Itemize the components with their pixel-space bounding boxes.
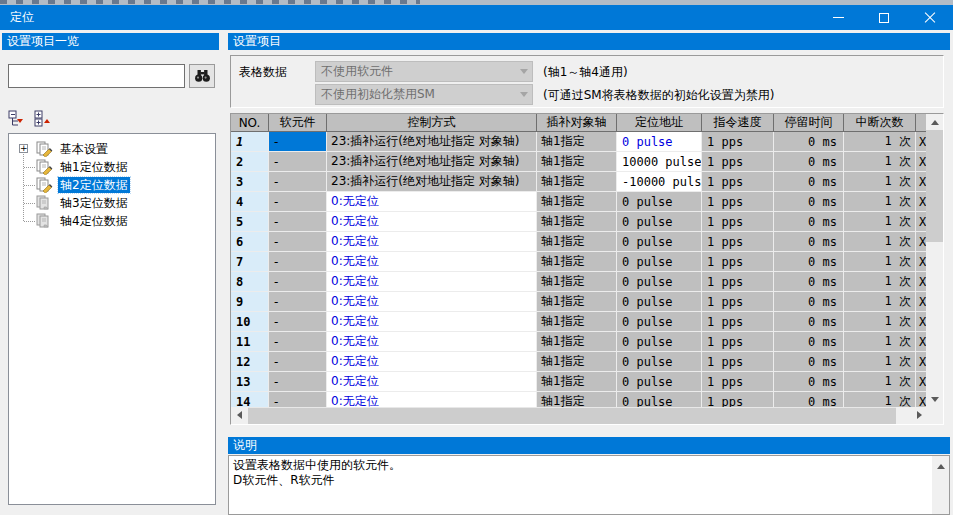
- cell-speed[interactable]: 1 pps: [702, 392, 774, 407]
- cell-count[interactable]: 1 次: [844, 272, 916, 292]
- cell-address[interactable]: 0 pulse: [617, 292, 702, 312]
- cell-speed[interactable]: 1 pps: [702, 292, 774, 312]
- cell-control[interactable]: 0:无定位: [327, 392, 537, 407]
- cell-count[interactable]: 1 次: [844, 352, 916, 372]
- cell-address[interactable]: 0 pulse: [617, 132, 702, 152]
- cell-dwell[interactable]: 0 ms: [774, 292, 844, 312]
- cell-device[interactable]: -: [269, 352, 327, 372]
- cell-address[interactable]: 0 pulse: [617, 312, 702, 332]
- cell-axis[interactable]: 轴1指定: [537, 212, 617, 232]
- cell-count[interactable]: 1 次: [844, 192, 916, 212]
- cell-no[interactable]: 13: [231, 372, 269, 392]
- tree-item-label[interactable]: 轴2定位数据: [58, 177, 130, 193]
- cell-speed[interactable]: 1 pps: [702, 212, 774, 232]
- scroll-down-button[interactable]: [926, 391, 943, 407]
- cell-device[interactable]: -: [269, 312, 327, 332]
- collapse-all-icon[interactable]: [8, 110, 26, 127]
- cell-device[interactable]: -: [269, 292, 327, 312]
- cell-control[interactable]: 0:无定位: [327, 372, 537, 392]
- cell-axis[interactable]: 轴1指定: [537, 332, 617, 352]
- tree-item-label[interactable]: 轴3定位数据: [58, 195, 130, 211]
- cell-count[interactable]: 1 次: [844, 252, 916, 272]
- cell-count[interactable]: 1 次: [844, 232, 916, 252]
- cell-count[interactable]: 1 次: [844, 172, 916, 192]
- tree-item-label[interactable]: 基本设置: [58, 141, 110, 157]
- tree-item[interactable]: 轴1定位数据: [9, 158, 215, 176]
- tree-item-label[interactable]: 轴1定位数据: [58, 159, 130, 175]
- cell-device[interactable]: -: [269, 372, 327, 392]
- column-header[interactable]: 软元件: [269, 114, 327, 132]
- column-header[interactable]: NO.: [231, 114, 269, 132]
- cell-address[interactable]: -10000 pulse: [617, 172, 702, 192]
- description-scrollbar[interactable]: [932, 456, 949, 514]
- expand-plus-icon[interactable]: +: [19, 144, 28, 153]
- cell-dwell[interactable]: 0 ms: [774, 132, 844, 152]
- column-header[interactable]: 控制方式: [327, 114, 537, 132]
- cell-no[interactable]: 4: [231, 192, 269, 212]
- cell-address[interactable]: 0 pulse: [617, 272, 702, 292]
- cell-count[interactable]: 1 次: [844, 132, 916, 152]
- cell-control[interactable]: 0:无定位: [327, 352, 537, 372]
- cell-dwell[interactable]: 0 ms: [774, 172, 844, 192]
- cell-device[interactable]: -: [269, 172, 327, 192]
- cell-axis[interactable]: 轴1指定: [537, 272, 617, 292]
- cell-dwell[interactable]: 0 ms: [774, 152, 844, 172]
- cell-device[interactable]: -: [269, 392, 327, 407]
- cell-address[interactable]: 0 pulse: [617, 212, 702, 232]
- cell-no[interactable]: 11: [231, 332, 269, 352]
- cell-speed[interactable]: 1 pps: [702, 332, 774, 352]
- search-input[interactable]: [8, 64, 185, 88]
- cell-axis[interactable]: 轴1指定: [537, 392, 617, 407]
- tree-item[interactable]: 轴2定位数据: [9, 176, 215, 194]
- column-header[interactable]: 指令速度: [702, 114, 774, 132]
- cell-axis[interactable]: 轴1指定: [537, 352, 617, 372]
- cell-device[interactable]: -: [269, 212, 327, 232]
- cell-no[interactable]: 14: [231, 392, 269, 407]
- cell-dwell[interactable]: 0 ms: [774, 272, 844, 292]
- cell-device[interactable]: -: [269, 252, 327, 272]
- tree-item[interactable]: +基本设置: [9, 140, 215, 158]
- cell-address[interactable]: 10000 pulse: [617, 152, 702, 172]
- column-header[interactable]: 定位地址: [617, 114, 702, 132]
- cell-device[interactable]: -: [269, 152, 327, 172]
- cell-speed[interactable]: 1 pps: [702, 252, 774, 272]
- cell-speed[interactable]: 1 pps: [702, 272, 774, 292]
- cell-axis[interactable]: 轴1指定: [537, 192, 617, 212]
- cell-axis[interactable]: 轴1指定: [537, 152, 617, 172]
- tree-item[interactable]: 轴3定位数据: [9, 194, 215, 212]
- cell-speed[interactable]: 1 pps: [702, 172, 774, 192]
- cell-dwell[interactable]: 0 ms: [774, 392, 844, 407]
- cell-speed[interactable]: 1 pps: [702, 132, 774, 152]
- cell-axis[interactable]: 轴1指定: [537, 232, 617, 252]
- cell-speed[interactable]: 1 pps: [702, 152, 774, 172]
- column-header[interactable]: 中断次数: [844, 114, 916, 132]
- cell-control[interactable]: 0:无定位: [327, 312, 537, 332]
- cell-dwell[interactable]: 0 ms: [774, 372, 844, 392]
- cell-address[interactable]: 0 pulse: [617, 232, 702, 252]
- cell-count[interactable]: 1 次: [844, 212, 916, 232]
- horizontal-scrollbar-thumb[interactable]: [248, 407, 896, 424]
- cell-count[interactable]: 1 次: [844, 312, 916, 332]
- cell-count[interactable]: 1 次: [844, 392, 916, 407]
- cell-count[interactable]: 1 次: [844, 332, 916, 352]
- cell-count[interactable]: 1 次: [844, 152, 916, 172]
- cell-axis[interactable]: 轴1指定: [537, 372, 617, 392]
- cell-address[interactable]: 0 pulse: [617, 352, 702, 372]
- cell-control[interactable]: 0:无定位: [327, 272, 537, 292]
- cell-control[interactable]: 0:无定位: [327, 252, 537, 272]
- cell-no[interactable]: 6: [231, 232, 269, 252]
- cell-speed[interactable]: 1 pps: [702, 312, 774, 332]
- cell-control[interactable]: 23:插补运行(绝对地址指定 对象轴): [327, 132, 537, 152]
- cell-device[interactable]: -: [269, 272, 327, 292]
- cell-device[interactable]: -: [269, 232, 327, 252]
- cell-no[interactable]: 2: [231, 152, 269, 172]
- scroll-up-button[interactable]: [926, 114, 943, 130]
- cell-no[interactable]: 9: [231, 292, 269, 312]
- init-disable-dropdown[interactable]: 不使用初始化禁用SM: [315, 84, 533, 105]
- scroll-up-button[interactable]: [932, 458, 949, 474]
- tree-item[interactable]: 轴4定位数据: [9, 212, 215, 230]
- cell-no[interactable]: 3: [231, 172, 269, 192]
- cell-dwell[interactable]: 0 ms: [774, 312, 844, 332]
- cell-control[interactable]: 23:插补运行(绝对地址指定 对象轴): [327, 172, 537, 192]
- cell-control[interactable]: 0:无定位: [327, 292, 537, 312]
